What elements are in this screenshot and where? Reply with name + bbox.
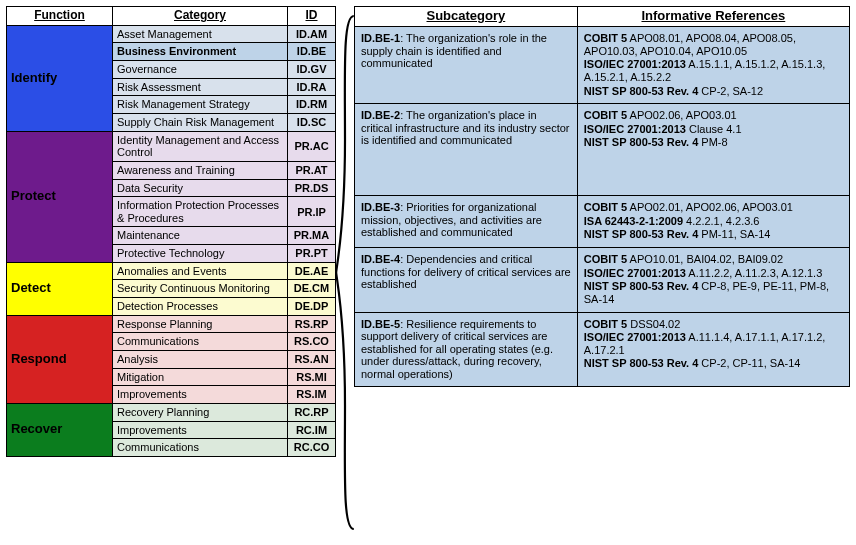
col-header-subcategory: Subcategory bbox=[355, 7, 578, 27]
col-header-id: ID bbox=[288, 7, 336, 26]
category-cell: Security Continuous Monitoring bbox=[113, 280, 288, 298]
references-cell: COBIT 5 DSS04.02ISO/IEC 27001:2013 A.11.… bbox=[577, 312, 849, 386]
id-cell: ID.RM bbox=[288, 96, 336, 114]
right-table: Subcategory Informative References ID.BE… bbox=[354, 6, 850, 387]
id-cell: ID.BE bbox=[288, 43, 336, 61]
left-table: Function Category ID IdentifyAsset Manag… bbox=[6, 6, 336, 457]
references-cell: COBIT 5 APO02.01, APO02.06, APO03.01ISA … bbox=[577, 196, 849, 248]
id-cell: DE.AE bbox=[288, 262, 336, 280]
subcategory-cell: ID.BE-3: Priorities for organizational m… bbox=[355, 196, 578, 248]
id-cell: RS.RP bbox=[288, 315, 336, 333]
subcategory-table-wrap: Subcategory Informative References ID.BE… bbox=[354, 6, 850, 539]
category-cell: Recovery Planning bbox=[113, 403, 288, 421]
category-cell: Risk Assessment bbox=[113, 78, 288, 96]
category-cell: Improvements bbox=[113, 386, 288, 404]
category-cell: Maintenance bbox=[113, 227, 288, 245]
subcategory-row: ID.BE-5: Resilience requirements to supp… bbox=[355, 312, 850, 386]
framework-core-table: Function Category ID IdentifyAsset Manag… bbox=[6, 6, 336, 539]
category-cell: Communications bbox=[113, 439, 288, 457]
subcategory-row: ID.BE-3: Priorities for organizational m… bbox=[355, 196, 850, 248]
category-row: RecoverRecovery PlanningRC.RP bbox=[7, 403, 336, 421]
category-row: RespondResponse PlanningRS.RP bbox=[7, 315, 336, 333]
subcategory-cell: ID.BE-2: The organization's place in cri… bbox=[355, 104, 578, 196]
id-cell: RS.IM bbox=[288, 386, 336, 404]
category-cell: Mitigation bbox=[113, 368, 288, 386]
category-cell: Awareness and Training bbox=[113, 161, 288, 179]
references-cell: COBIT 5 APO02.06, APO03.01ISO/IEC 27001:… bbox=[577, 104, 849, 196]
id-cell: PR.DS bbox=[288, 179, 336, 197]
category-cell: Information Protection Processes & Proce… bbox=[113, 197, 288, 227]
category-cell: Business Environment bbox=[113, 43, 288, 61]
id-cell: ID.GV bbox=[288, 61, 336, 79]
category-cell: Supply Chain Risk Management bbox=[113, 114, 288, 132]
subcategory-row: ID.BE-4: Dependencies and critical funct… bbox=[355, 247, 850, 312]
subcategory-row: ID.BE-2: The organization's place in cri… bbox=[355, 104, 850, 196]
function-cell: Recover bbox=[7, 403, 113, 456]
id-cell: RC.RP bbox=[288, 403, 336, 421]
id-cell: PR.IP bbox=[288, 197, 336, 227]
id-cell: RS.MI bbox=[288, 368, 336, 386]
function-cell: Respond bbox=[7, 315, 113, 403]
category-cell: Anomalies and Events bbox=[113, 262, 288, 280]
id-cell: RS.AN bbox=[288, 350, 336, 368]
category-row: IdentifyAsset ManagementID.AM bbox=[7, 25, 336, 43]
function-cell: Protect bbox=[7, 131, 113, 262]
id-cell: ID.AM bbox=[288, 25, 336, 43]
category-cell: Detection Processes bbox=[113, 298, 288, 316]
id-cell: RC.CO bbox=[288, 439, 336, 457]
id-cell: DE.CM bbox=[288, 280, 336, 298]
id-cell: ID.SC bbox=[288, 114, 336, 132]
id-cell: PR.MA bbox=[288, 227, 336, 245]
col-header-references: Informative References bbox=[577, 7, 849, 27]
category-cell: Identity Management and Access Control bbox=[113, 131, 288, 161]
subcategory-cell: ID.BE-5: Resilience requirements to supp… bbox=[355, 312, 578, 386]
function-cell: Detect bbox=[7, 262, 113, 315]
category-row: DetectAnomalies and EventsDE.AE bbox=[7, 262, 336, 280]
curly-brace-icon bbox=[334, 12, 356, 533]
category-cell: Communications bbox=[113, 333, 288, 351]
id-cell: PR.PT bbox=[288, 245, 336, 263]
id-cell: PR.AC bbox=[288, 131, 336, 161]
brace-connector bbox=[336, 6, 354, 539]
category-cell: Analysis bbox=[113, 350, 288, 368]
references-cell: COBIT 5 APO10.01, BAI04.02, BAI09.02ISO/… bbox=[577, 247, 849, 312]
id-cell: RC.IM bbox=[288, 421, 336, 439]
function-cell: Identify bbox=[7, 25, 113, 131]
category-cell: Risk Management Strategy bbox=[113, 96, 288, 114]
id-cell: ID.RA bbox=[288, 78, 336, 96]
id-cell: PR.AT bbox=[288, 161, 336, 179]
id-cell: RS.CO bbox=[288, 333, 336, 351]
subcategory-row: ID.BE-1: The organization's role in the … bbox=[355, 26, 850, 103]
category-cell: Protective Technology bbox=[113, 245, 288, 263]
subcategory-cell: ID.BE-4: Dependencies and critical funct… bbox=[355, 247, 578, 312]
subcategory-cell: ID.BE-1: The organization's role in the … bbox=[355, 26, 578, 103]
category-cell: Data Security bbox=[113, 179, 288, 197]
category-cell: Improvements bbox=[113, 421, 288, 439]
category-cell: Asset Management bbox=[113, 25, 288, 43]
col-header-category: Category bbox=[113, 7, 288, 26]
category-row: ProtectIdentity Management and Access Co… bbox=[7, 131, 336, 161]
col-header-function: Function bbox=[7, 7, 113, 26]
id-cell: DE.DP bbox=[288, 298, 336, 316]
references-cell: COBIT 5 APO08.01, APO08.04, APO08.05, AP… bbox=[577, 26, 849, 103]
category-cell: Governance bbox=[113, 61, 288, 79]
category-cell: Response Planning bbox=[113, 315, 288, 333]
